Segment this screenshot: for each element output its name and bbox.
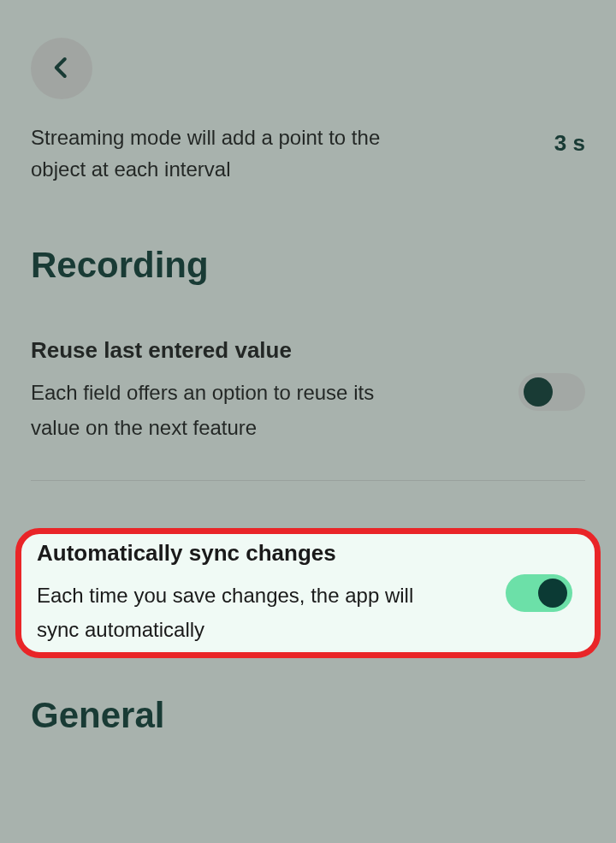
streaming-interval-row[interactable]: Streaming mode will add a point to the o… [31,110,585,185]
setting-reuse-title: Reuse last entered value [31,337,416,364]
toggle-knob [524,377,553,407]
section-title-recording: Recording [31,245,585,286]
section-title-general: General [31,695,585,736]
setting-reuse-desc: Each field offers an option to reuse its… [31,376,416,446]
chevron-left-icon [49,55,74,83]
setting-autosync-title: Automatically sync changes [37,540,422,567]
back-button[interactable] [31,38,92,99]
setting-autosync-desc: Each time you save changes, the app will… [37,579,422,646]
streaming-interval-value: 3 s [554,130,585,157]
toggle-auto-sync[interactable] [506,574,572,612]
streaming-interval-desc: Streaming mode will add a point to the o… [31,122,390,185]
highlighted-setting: Automatically sync changes Each time you… [15,528,601,658]
setting-reuse-last-value: Reuse last entered value Each field offe… [31,337,585,446]
toggle-reuse-last-value[interactable] [518,373,585,411]
toggle-knob [538,579,567,608]
